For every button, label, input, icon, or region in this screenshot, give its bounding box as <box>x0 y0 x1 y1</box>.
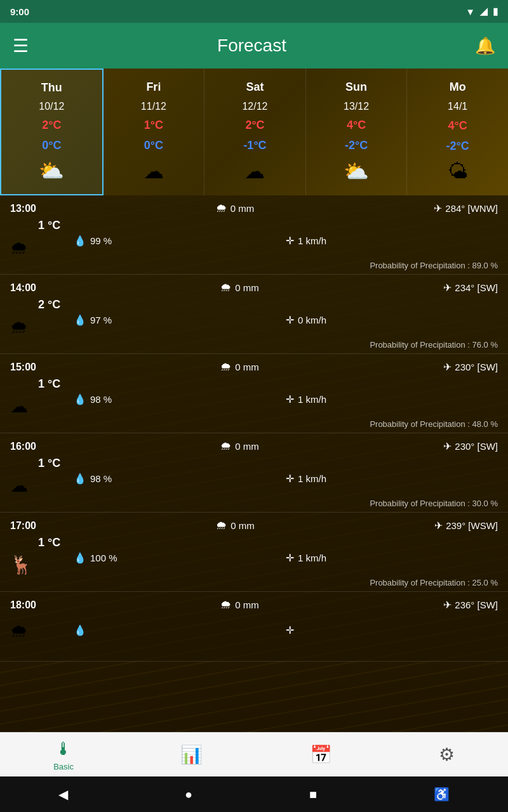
weather-row: 15:00 🌧 0 mm ✈ 230° [SW] 1 °C ☁ 💧 98 % <box>0 354 508 433</box>
row-wind-speed: ✛ 1 km/h <box>286 552 326 564</box>
weather-row: 14:00 🌧 0 mm ✈ 234° [SW] 2 °C 🌧 💧 97 % <box>0 275 508 354</box>
status-icons: ▼ ◢ ▮ <box>465 6 498 17</box>
day-low-temp: -2°C <box>345 139 368 152</box>
wind-speed-icon: ✛ <box>286 624 294 636</box>
row-time: 13:00 <box>10 203 36 214</box>
accessibility-button[interactable]: ♿ <box>434 787 450 802</box>
row-prob: Probability of Precipitation : 48.0 % <box>10 419 498 429</box>
row-wind-speed: ✛ 1 km/h <box>286 235 326 247</box>
row-condition-icon: ☁ <box>10 396 74 417</box>
signal-icon: ◢ <box>480 6 488 17</box>
nav-item-calendar[interactable]: 📅 <box>297 740 345 769</box>
row-humidity: 💧 100 % <box>74 552 286 564</box>
humidity-icon: 💧 <box>74 235 86 247</box>
top-bar: ☰ Forecast 🔔 <box>0 23 508 69</box>
page-title: Forecast <box>217 36 286 56</box>
nav-label-basic: Basic <box>53 762 74 771</box>
row-wind-direction: ✈ 236° [SW] <box>443 599 498 611</box>
humidity-icon: 💧 <box>74 393 86 405</box>
wind-speed-icon: ✛ <box>286 473 294 485</box>
day-selector: Thu 10/12 2°C 0°C ⛅ Fri 11/12 1°C 0°C ☁ … <box>0 69 508 195</box>
row-temp: 1 °C <box>10 536 74 549</box>
row-condition-icon: ☁ <box>10 475 74 496</box>
row-humidity: 💧 <box>74 624 286 636</box>
day-weather-icon: ☁ <box>244 159 265 183</box>
day-name: Sat <box>246 81 264 94</box>
day-date: 13/12 <box>344 101 369 112</box>
menu-button[interactable]: ☰ <box>13 36 29 56</box>
row-temp: 2 °C <box>10 298 74 311</box>
humidity-icon: 💧 <box>74 473 86 485</box>
weather-row: 18:00 🌧 0 mm ✈ 236° [SW] 🌧 💧 <box>0 592 508 662</box>
row-precipitation-top: 🌧 0 mm <box>220 598 259 612</box>
day-card-sun[interactable]: Sun 13/12 4°C -2°C ⛅ <box>306 69 408 195</box>
day-card-thu[interactable]: Thu 10/12 2°C 0°C ⛅ <box>0 69 104 195</box>
row-wind-direction: ✈ 230° [SW] <box>443 361 498 373</box>
recent-button[interactable]: ■ <box>309 787 317 802</box>
android-nav: ◀ ● ■ ♿ <box>0 776 508 812</box>
wind-dir-icon: ✈ <box>443 282 451 294</box>
wind-dir-icon: ✈ <box>443 440 451 452</box>
day-date: 10/12 <box>39 101 64 112</box>
day-card-mo[interactable]: Mo 14/1 4°C -2°C 🌤 <box>407 69 508 195</box>
day-low-temp: -2°C <box>446 140 469 153</box>
row-prob: Probability of Precipitation : 76.0 % <box>10 340 498 350</box>
row-humidity: 💧 97 % <box>74 314 286 326</box>
day-name: Sun <box>345 81 367 94</box>
content-area: Thu 10/12 2°C 0°C ⛅ Fri 11/12 1°C 0°C ☁ … <box>0 69 508 732</box>
day-weather-icon: ⛅ <box>344 159 369 183</box>
wind-speed-icon: ✛ <box>286 552 294 564</box>
back-button[interactable]: ◀ <box>58 787 68 802</box>
day-card-sat[interactable]: Sat 12/12 2°C -1°C ☁ <box>204 69 306 195</box>
humidity-icon: 💧 <box>74 314 86 326</box>
row-precipitation-top: 🌧 0 mm <box>220 281 259 294</box>
notification-button[interactable]: 🔔 <box>475 36 495 56</box>
day-weather-icon: 🌤 <box>448 160 468 183</box>
day-weather-icon: ⛅ <box>39 159 64 183</box>
nav-icon-chart: 📊 <box>180 744 203 765</box>
wifi-icon: ▼ <box>465 6 475 17</box>
nav-item-settings[interactable]: ⚙ <box>426 740 467 769</box>
wind-speed-icon: ✛ <box>286 393 294 405</box>
wind-dir-icon: ✈ <box>434 202 442 214</box>
home-button[interactable]: ● <box>185 787 192 802</box>
day-high-temp: 2°C <box>245 119 264 132</box>
row-humidity: 💧 98 % <box>74 473 286 485</box>
row-precipitation-top: 🌧 0 mm <box>216 202 255 215</box>
wind-dir-icon: ✈ <box>443 599 451 611</box>
day-name: Thu <box>41 81 62 95</box>
row-wind-direction: ✈ 284° [WNW] <box>434 202 498 214</box>
row-condition-icon: 🌧 <box>10 317 74 337</box>
row-wind-speed: ✛ <box>286 624 298 636</box>
humidity-icon: 💧 <box>74 624 86 636</box>
row-condition-icon: 🦌 <box>10 554 74 575</box>
day-name: Fri <box>146 81 161 94</box>
nav-item-chart[interactable]: 📊 <box>168 740 215 769</box>
rain-icon: 🌧 <box>216 202 227 215</box>
wind-dir-icon: ✈ <box>434 520 443 532</box>
weather-row: 13:00 🌧 0 mm ✈ 284° [WNW] 1 °C 🌧 💧 99 % <box>0 195 508 275</box>
row-time: 18:00 <box>10 599 36 611</box>
day-weather-icon: ☁ <box>144 159 164 183</box>
row-wind-speed: ✛ 1 km/h <box>286 393 326 405</box>
row-precipitation-top: 🌧 0 mm <box>216 519 255 532</box>
rain-icon: 🌧 <box>220 360 232 374</box>
day-name: Mo <box>450 81 466 94</box>
row-temp: 1 °C <box>10 377 74 391</box>
weather-row: 17:00 🌧 0 mm ✈ 239° [WSW] 1 °C 🦌 💧 100 % <box>0 513 508 592</box>
status-time: 9:00 <box>10 6 29 17</box>
row-wind-direction: ✈ 234° [SW] <box>443 282 498 294</box>
day-card-fri[interactable]: Fri 11/12 1°C 0°C ☁ <box>104 69 205 195</box>
day-low-temp: -1°C <box>243 139 266 152</box>
row-temp: 1 °C <box>10 219 74 232</box>
row-prob: Probability of Precipitation : 25.0 % <box>10 578 498 587</box>
nav-icon-calendar: 📅 <box>310 744 332 765</box>
wind-speed-icon: ✛ <box>286 235 294 247</box>
nav-item-basic[interactable]: 🌡 Basic <box>41 735 86 775</box>
row-wind-direction: ✈ 239° [WSW] <box>434 520 498 532</box>
row-prob: Probability of Precipitation : 89.0 % <box>10 261 498 270</box>
bottom-nav: 🌡 Basic 📊 📅 ⚙ <box>0 732 508 776</box>
weather-list: 13:00 🌧 0 mm ✈ 284° [WNW] 1 °C 🌧 💧 99 % <box>0 195 508 732</box>
row-humidity: 💧 98 % <box>74 393 286 405</box>
row-time: 15:00 <box>10 362 36 373</box>
